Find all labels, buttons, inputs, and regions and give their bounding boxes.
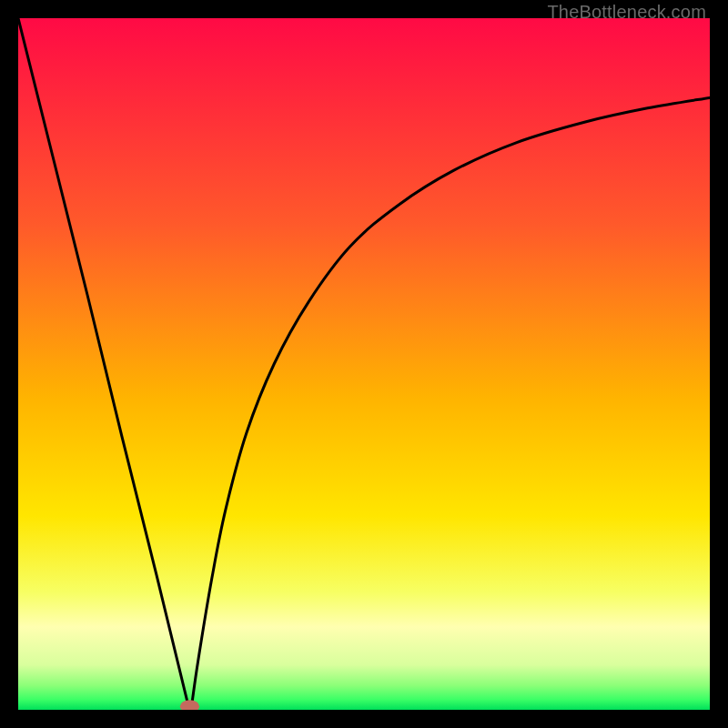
gradient-background [18, 18, 710, 710]
attribution-label: TheBottleneck.com [547, 2, 706, 23]
chart-frame [18, 18, 710, 710]
bottleneck-chart [18, 18, 710, 710]
